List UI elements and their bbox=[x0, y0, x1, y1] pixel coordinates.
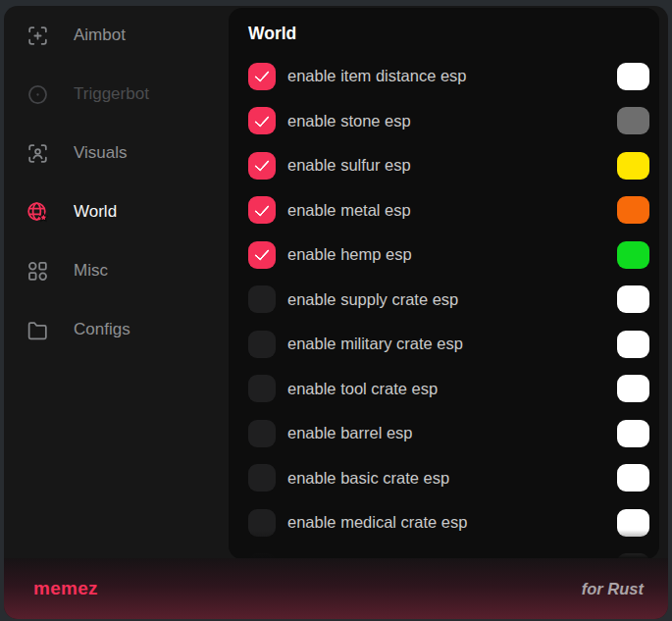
setting-label: enable medical crate esp bbox=[287, 513, 617, 532]
scan-plus-icon bbox=[26, 24, 50, 48]
color-swatch[interactable] bbox=[617, 509, 649, 537]
setting-row: enable metal esp bbox=[248, 188, 649, 233]
setting-row bbox=[248, 545, 649, 560]
setting-row: enable barrel esp bbox=[248, 411, 649, 456]
sidebar-item-triggerbot[interactable]: Triggerbot bbox=[4, 65, 229, 124]
setting-row: enable stone esp bbox=[248, 99, 649, 144]
setting-checkbox[interactable] bbox=[248, 331, 276, 358]
sidebar-item-configs[interactable]: Configs bbox=[4, 300, 229, 359]
sidebar-item-aimbot[interactable]: Aimbot bbox=[4, 6, 229, 65]
setting-row: enable military crate esp bbox=[248, 322, 649, 367]
setting-checkbox[interactable] bbox=[248, 375, 276, 402]
color-swatch[interactable] bbox=[617, 420, 649, 447]
edition-label: for Rust bbox=[582, 580, 644, 598]
setting-label: enable hemp esp bbox=[287, 245, 617, 264]
settings-list: enable item distance esp enable stone es… bbox=[248, 54, 649, 559]
color-swatch[interactable] bbox=[617, 331, 649, 358]
setting-label: enable military crate esp bbox=[287, 335, 617, 353]
setting-checkbox[interactable] bbox=[248, 196, 276, 224]
setting-label: enable metal esp bbox=[287, 201, 617, 220]
setting-label: enable stone esp bbox=[287, 112, 617, 130]
sidebar-item-label: World bbox=[74, 202, 117, 222]
setting-label: enable barrel esp bbox=[287, 424, 617, 442]
sidebar-item-label: Triggerbot bbox=[74, 84, 149, 104]
setting-label: enable basic crate esp bbox=[287, 469, 617, 488]
user-scan-icon bbox=[26, 141, 50, 166]
folder-icon bbox=[26, 318, 50, 342]
setting-row: enable basic crate esp bbox=[248, 456, 649, 501]
setting-row: enable supply crate esp bbox=[248, 278, 649, 323]
brand-label: memez bbox=[33, 578, 98, 599]
footer-bar: memez for Rust bbox=[4, 558, 668, 619]
setting-checkbox[interactable] bbox=[248, 464, 276, 492]
setting-label: enable sulfur esp bbox=[287, 156, 617, 175]
setting-row: enable medical crate esp bbox=[248, 500, 649, 545]
color-swatch[interactable] bbox=[617, 285, 649, 313]
setting-row: enable sulfur esp bbox=[248, 143, 649, 188]
color-swatch[interactable] bbox=[617, 63, 649, 90]
page-title: World bbox=[248, 22, 649, 45]
sidebar-item-visuals[interactable]: Visuals bbox=[4, 124, 229, 182]
setting-label: enable item distance esp bbox=[287, 67, 617, 85]
setting-label: enable supply crate esp bbox=[287, 290, 617, 309]
color-swatch[interactable] bbox=[617, 107, 649, 134]
setting-checkbox[interactable] bbox=[248, 509, 276, 537]
categories-icon bbox=[26, 259, 50, 284]
sidebar-item-world[interactable]: World bbox=[4, 182, 229, 241]
setting-checkbox[interactable] bbox=[248, 63, 276, 90]
setting-checkbox[interactable] bbox=[248, 107, 276, 134]
setting-row: enable hemp esp bbox=[248, 233, 649, 278]
color-swatch[interactable] bbox=[617, 152, 649, 180]
sidebar-item-label: Aimbot bbox=[74, 26, 126, 45]
setting-checkbox[interactable] bbox=[248, 285, 276, 313]
setting-checkbox[interactable] bbox=[248, 241, 276, 269]
setting-checkbox[interactable] bbox=[248, 420, 276, 447]
color-swatch[interactable] bbox=[617, 241, 649, 269]
setting-row: enable tool crate esp bbox=[248, 367, 649, 412]
color-swatch[interactable] bbox=[617, 196, 649, 224]
setting-label: enable tool crate esp bbox=[287, 380, 617, 398]
cheat-window: Aimbot Triggerbot Visuals World Misc Con… bbox=[4, 6, 668, 619]
sidebar-item-label: Misc bbox=[74, 261, 108, 281]
globe-star-icon bbox=[26, 200, 50, 225]
sidebar-item-label: Configs bbox=[74, 320, 130, 339]
sidebar: Aimbot Triggerbot Visuals World Misc Con… bbox=[4, 6, 229, 359]
setting-checkbox[interactable] bbox=[248, 152, 276, 180]
setting-row: enable item distance esp bbox=[248, 54, 649, 99]
target-dot-icon bbox=[26, 82, 50, 107]
sidebar-item-misc[interactable]: Misc bbox=[4, 241, 229, 300]
sidebar-item-label: Visuals bbox=[74, 143, 128, 163]
color-swatch[interactable] bbox=[617, 464, 649, 492]
color-swatch[interactable] bbox=[617, 375, 649, 402]
settings-panel: World enable item distance esp enable st… bbox=[229, 8, 659, 559]
